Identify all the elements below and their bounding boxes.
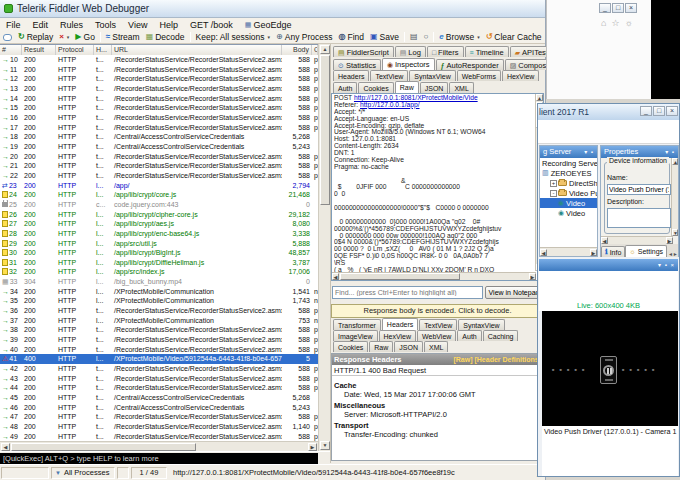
scroll-thumb[interactable] (320, 55, 330, 205)
session-row-12[interactable]: →12200HTTPt.../RecorderStatusService/Rec… (0, 74, 318, 84)
raw-horizontal-scrollbar[interactable]: ◀ ▶ (332, 272, 536, 280)
session-row-45[interactable]: →45200HTTPt.../Central/AccessControlServ… (0, 393, 318, 403)
dropdown-icon[interactable]: ▾ (584, 149, 588, 155)
header-group-transport[interactable]: Transport (334, 421, 540, 430)
session-row-26[interactable]: 26200HTTPl.../app/lib/crypt/cipher-core.… (0, 210, 318, 220)
response-tab-json[interactable]: JSON (394, 341, 423, 352)
comment-icon-button[interactable] (0, 34, 15, 41)
response-tab-auth[interactable]: Auth (457, 330, 481, 341)
session-row-33[interactable]: ▦33304HTTPl.../big_buck_bunny.mp40 (0, 277, 318, 287)
menu-geoedge[interactable]: ▦GeoEdge (239, 20, 298, 30)
process-filter[interactable]: ▼ All Processes (51, 467, 115, 479)
session-list-horizontal-scrollbar[interactable]: ◀ ▶ (0, 441, 318, 451)
scroll-right-icon[interactable]: ▶ (529, 273, 536, 280)
save-button[interactable]: ▣Save (367, 32, 402, 42)
fiddler-titlebar[interactable]: Telerik Fiddler Web Debugger (0, 0, 545, 18)
session-row-25[interactable]: 25200HTTPc...code.jquery.com:4430 (0, 200, 318, 210)
response-tab-headers[interactable]: Headers (382, 318, 418, 330)
view-in-notepad-button[interactable]: View in Notepad (485, 286, 543, 299)
session-row-32[interactable]: 32200HTTPl.../app/src/index.js17,006 (0, 267, 318, 277)
camera-icon-button[interactable]: ▤ (407, 33, 421, 41)
home-icon[interactable]: ⌂ (601, 18, 606, 28)
request-tab-webforms[interactable]: WebForms (457, 70, 501, 81)
request-tab-syntaxview[interactable]: SyntaxView (409, 70, 455, 81)
scroll-right-icon[interactable]: ▶ (590, 249, 597, 256)
close-button[interactable]: × (625, 3, 637, 13)
pin-icon[interactable]: ▪ (665, 262, 668, 268)
request-tab-xml[interactable]: XML (449, 82, 473, 93)
tab-scroll-arrows[interactable]: ◂ ▸ (669, 250, 677, 257)
properties-vertical-scrollbar[interactable]: ▲ ▼ (671, 158, 678, 236)
scroll-left-icon[interactable]: ◀ (540, 249, 547, 256)
session-row-11[interactable]: →11200HTTPt.../RecorderStatusService/Rec… (0, 65, 318, 75)
quickexec-bar[interactable]: [QuickExec] ALT+Q > type HELP to learn m… (0, 453, 318, 464)
response-tab-webview[interactable]: WebView (417, 330, 456, 341)
menu-tools[interactable]: Tools (89, 20, 122, 30)
close-button[interactable]: × (666, 106, 678, 116)
response-tab-hexview[interactable]: HexView (379, 330, 417, 341)
stream-button[interactable]: ≈Stream (103, 32, 143, 42)
raw-link[interactable]: [Raw] (453, 356, 472, 363)
scroll-left-icon[interactable]: ◀ (1, 443, 10, 451)
expander-icon[interactable]: + (550, 180, 557, 187)
scroll-up-icon[interactable]: ▲ (672, 158, 678, 165)
maximize-button[interactable]: □ (612, 3, 624, 13)
properties-horizontal-scrollbar[interactable]: ◀ ▶ (601, 236, 673, 244)
session-row-41[interactable]: ⚠41400HTTPl.../XProtectMobile/Video/5912… (0, 354, 318, 364)
scroll-right-icon[interactable]: ▶ (308, 443, 317, 451)
tree-item-video-pus[interactable]: -Video Pus (540, 188, 597, 198)
scroll-up-icon[interactable]: ▲ (536, 94, 543, 101)
tree-item-video[interactable]: ◉Video (540, 208, 597, 218)
response-tab-imageview[interactable]: ImageView (333, 330, 378, 341)
menu-help[interactable]: Help (153, 20, 184, 30)
scroll-right-icon[interactable]: ▶ (666, 237, 673, 244)
go-button[interactable]: ▶Go (72, 32, 98, 42)
tree-item-video[interactable]: ◉Video (540, 198, 597, 208)
replay-button[interactable]: ↻Replay (15, 32, 56, 42)
column-header-result[interactable]: Result (22, 45, 56, 55)
response-tab-cookies[interactable]: Cookies (333, 341, 368, 352)
delete-icon-button[interactable]: ×▾ (56, 33, 72, 41)
response-encoded-notice[interactable]: Response body is encoded. Click to decod… (331, 304, 544, 318)
scroll-thumb[interactable] (340, 273, 460, 280)
response-tab-raw[interactable]: Raw (369, 341, 393, 352)
column-header-url[interactable]: URL (112, 45, 282, 55)
tab-info[interactable]: ℹInfo (601, 246, 625, 257)
session-row-27[interactable]: 27200HTTPl.../app/lib/crypt/aes.js8,080 (0, 219, 318, 229)
session-row-34[interactable]: →34200HTTPl.../XProtectMobile/Communicat… (0, 287, 318, 297)
column-header-protocol[interactable]: Protocol (56, 45, 94, 55)
header-definitions-link[interactable]: [Header Definitions] (474, 356, 541, 363)
scroll-down-icon[interactable]: ▼ (320, 441, 330, 450)
column-header-h[interactable]: H... (94, 45, 112, 55)
session-row-24[interactable]: 24200HTTPl.../app/lib/crypt/core.js21,46… (0, 190, 318, 200)
response-tab-transformer[interactable]: Transformer (333, 319, 381, 330)
expander-icon[interactable]: - (550, 190, 557, 197)
menu-rules[interactable]: Rules (54, 20, 89, 30)
tree-item-zeroeyes[interactable]: ▥ZEROEYES (540, 168, 597, 178)
scroll-thumb[interactable] (11, 443, 196, 451)
session-row-48[interactable]: →48200HTTPt.../RecorderStatusService/Rec… (0, 422, 318, 432)
session-row-28[interactable]: 28200HTTPl.../app/lib/crypt/enc-base64.j… (0, 229, 318, 239)
request-tab-auth[interactable]: Auth (333, 82, 357, 93)
request-tab-json[interactable]: JSON (420, 82, 449, 93)
any-process-button[interactable]: ⊕Any Process (273, 32, 335, 42)
dropdown-icon[interactable]: ▾ (665, 149, 669, 155)
settings-gear-icon[interactable]: ☼ (625, 18, 633, 28)
session-row-21[interactable]: →21200HTTPt.../RecorderStatusService/Rec… (0, 161, 318, 171)
session-row-14[interactable]: →14200HTTPt.../RecorderStatusService/Rec… (0, 94, 318, 104)
menu-file[interactable]: File (0, 20, 27, 30)
tab-log[interactable]: ▤Log (395, 46, 426, 57)
session-row-16[interactable]: →16200HTTPt.../RecorderStatusService/Rec… (0, 113, 318, 123)
request-tab-raw[interactable]: Raw (395, 81, 419, 93)
column-header-[interactable]: # (0, 45, 22, 55)
keep-all-sessions-button[interactable]: Keep: All sessions▾ (193, 32, 274, 42)
menu-edit[interactable]: Edit (27, 20, 55, 30)
recording-server-panel-header[interactable]: g Server ▾ ▪ (540, 146, 597, 158)
tab-fiddlerscript[interactable]: ▤FiddlerScript (333, 46, 394, 57)
request-url-link[interactable]: http://127.0.0.1/app/ (360, 101, 420, 108)
clear-cache-button[interactable]: ↺Clear Cache (483, 32, 545, 42)
session-row-17[interactable]: →17200HTTPt.../RecorderStatusService/Rec… (0, 123, 318, 133)
device-description-input[interactable] (607, 208, 671, 228)
session-row-13[interactable]: →13200HTTPt.../RecorderStatusService/Rec… (0, 84, 318, 94)
session-list-header[interactable]: #ResultProtocolH...URLBodyC (0, 45, 318, 55)
